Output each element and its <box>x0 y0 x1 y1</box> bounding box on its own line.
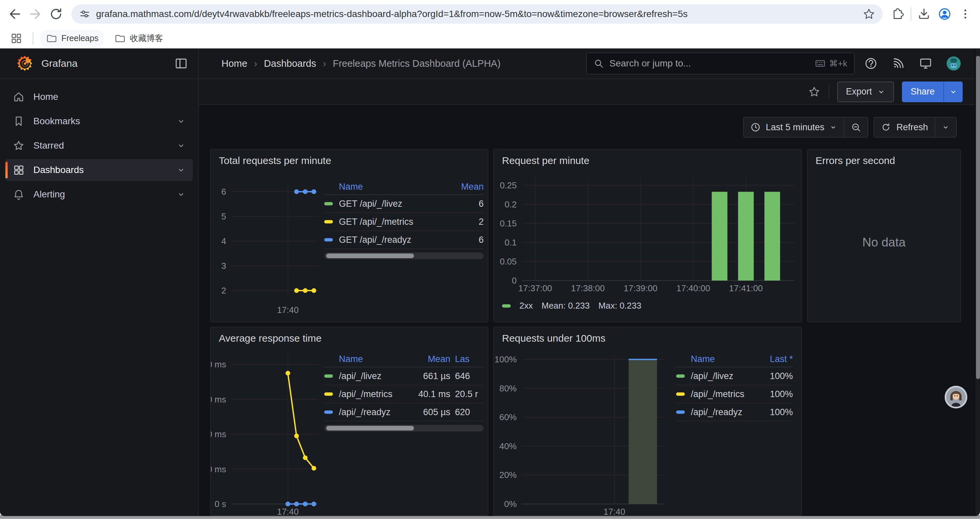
news-rss-icon[interactable] <box>891 56 905 70</box>
chevron-down-icon[interactable] <box>177 117 185 126</box>
series-swatch <box>324 202 333 205</box>
panel-average-response-time[interactable]: Average response time 0 s20 ms40 ms60 ms… <box>210 327 488 516</box>
home-icon <box>13 91 25 103</box>
chevron-down-icon[interactable] <box>177 190 185 199</box>
search-shortcut: ⌘+k <box>815 58 847 69</box>
series-value: 100% <box>753 371 793 382</box>
panel-requests-under-100ms[interactable]: Requests under 100ms 0%20%40%60%80%100%1… <box>493 327 802 516</box>
browser-menu-kebab-icon[interactable] <box>957 6 973 22</box>
panel-total-requests[interactable]: Total requests per minute 2345617:40 Nam… <box>210 149 488 322</box>
series-name: /api/_/readyz <box>339 407 400 417</box>
browser-toolbar: grafana.mathmast.com/d/deytv4rwavabkb/fr… <box>0 0 980 28</box>
sidebar-item-alerting[interactable]: Alerting <box>5 184 193 205</box>
sidebar-item-bookmarks[interactable]: Bookmarks <box>5 110 193 132</box>
legend-table[interactable]: NameMeanLas/api/_/livez661 µs646/api/_/m… <box>324 351 484 431</box>
search-placeholder: Search or jump to... <box>609 58 809 69</box>
download-icon[interactable] <box>916 6 932 22</box>
legend-row: /api/_/livez100% <box>676 367 793 385</box>
chevron-down-icon <box>949 88 957 96</box>
chevron-down-icon[interactable] <box>177 141 185 150</box>
url-bar[interactable]: grafana.mathmast.com/d/deytv4rwavabkb/fr… <box>72 4 883 24</box>
forward-button[interactable] <box>27 6 43 22</box>
screen: grafana.mathmast.com/d/deytv4rwavabkb/fr… <box>0 0 980 519</box>
series-value: 6 <box>447 199 484 209</box>
legend-swatch <box>502 304 511 308</box>
sidebar-item-home[interactable]: Home <box>5 86 193 108</box>
search-input[interactable]: Search or jump to... ⌘+k <box>586 53 854 75</box>
dashboard-actions-bar: Export Share <box>199 79 980 105</box>
table-scrollbar[interactable] <box>324 252 484 259</box>
svg-text:0 s: 0 s <box>215 499 226 509</box>
refresh-interval-dropdown[interactable] <box>935 118 956 137</box>
share-dropdown-button[interactable] <box>943 81 963 102</box>
col-header: Mean <box>400 354 450 364</box>
time-range-label: Last 5 minutes <box>766 122 824 133</box>
user-avatar[interactable] <box>946 56 961 71</box>
series-swatch <box>324 374 333 378</box>
series-name: /api/_/metrics <box>339 389 400 399</box>
legend-table[interactable]: NameLast */api/_/livez100%/api/_/metrics… <box>676 351 793 422</box>
sidebar-item-label: Dashboards <box>33 164 84 175</box>
bookmark-folder-freeleaps[interactable]: Freeleaps <box>41 30 104 47</box>
panel-title[interactable]: Errors per second <box>816 155 895 166</box>
export-button[interactable]: Export <box>837 81 894 102</box>
tune-icon[interactable] <box>79 8 91 20</box>
help-icon[interactable] <box>864 56 878 70</box>
sidebar-item-label: Starred <box>33 140 64 151</box>
legend-row: /api/_/readyz100% <box>676 404 793 422</box>
breadcrumb-current: Freeleaps Metrics Dashboard (ALPHA) <box>333 58 501 69</box>
monitor-icon[interactable] <box>919 56 932 70</box>
sidebar-item-label: Bookmarks <box>33 116 80 126</box>
dock-menu-icon[interactable] <box>174 56 188 70</box>
favorite-star-icon[interactable] <box>808 86 821 98</box>
bookmark-folder-blogs[interactable]: 收藏博客 <box>109 30 169 47</box>
series-value: 6 <box>447 235 484 245</box>
svg-text:0%: 0% <box>504 499 517 509</box>
legend-row: /api/_/metrics100% <box>676 385 793 404</box>
series-value: 100% <box>753 407 793 417</box>
search-icon <box>593 58 604 69</box>
panel-request-per-minute[interactable]: Request per minute 00.050.10.150.20.2517… <box>493 149 802 322</box>
panel-title[interactable]: Average response time <box>219 333 321 344</box>
bookmark-star-icon[interactable] <box>862 8 875 21</box>
panel-errors-per-second[interactable]: Errors per second No data <box>807 149 961 322</box>
reload-button[interactable] <box>48 6 64 22</box>
zoom-out-icon <box>851 122 861 132</box>
series-name: /api/_/metrics <box>691 389 753 399</box>
refresh-button[interactable]: Refresh <box>874 118 935 137</box>
panel-title[interactable]: Request per minute <box>502 155 589 166</box>
url-text[interactable]: grafana.mathmast.com/d/deytv4rwavabkb/fr… <box>96 9 857 19</box>
legend[interactable]: 2xx Mean: 0.233 Max: 0.233 <box>502 300 641 311</box>
table-scrollbar[interactable] <box>324 425 484 431</box>
breadcrumb-dashboards[interactable]: Dashboards <box>264 58 316 69</box>
sidebar-item-dashboards[interactable]: Dashboards <box>5 159 193 181</box>
refresh-group: Refresh <box>873 117 957 137</box>
series-value: 40.1 ms <box>400 389 450 399</box>
col-header: Las <box>450 354 484 364</box>
back-button[interactable] <box>7 6 23 22</box>
svg-text:40%: 40% <box>500 441 517 451</box>
chevron-down-icon <box>877 88 885 96</box>
scrollbar-thumb[interactable] <box>976 56 980 379</box>
sidebar-item-starred[interactable]: Starred <box>5 134 193 156</box>
legend-series-label[interactable]: 2xx <box>519 300 533 311</box>
page-scrollbar[interactable] <box>975 48 980 516</box>
apps-grid-icon[interactable] <box>7 32 25 45</box>
breadcrumb-home[interactable]: Home <box>221 58 247 69</box>
sidebar-item-label: Home <box>33 91 58 102</box>
col-name: Name <box>339 182 447 192</box>
share-button[interactable]: Share <box>902 81 943 102</box>
chevron-down-icon <box>942 124 949 131</box>
assistant-avatar[interactable] <box>945 386 967 409</box>
panel-title[interactable]: Requests under 100ms <box>502 333 605 344</box>
profile-avatar[interactable] <box>937 6 953 22</box>
time-range-picker[interactable]: Last 5 minutes <box>744 118 844 137</box>
share-button-group: Share <box>902 81 963 102</box>
legend-table[interactable]: NameMeanGET /api/_/livez6GET /api/_/metr… <box>324 179 484 259</box>
chevron-down-icon[interactable] <box>177 166 185 174</box>
panel-title[interactable]: Total requests per minute <box>219 155 331 166</box>
zoom-out-button[interactable] <box>843 118 868 137</box>
extensions-icon[interactable] <box>890 6 906 22</box>
svg-text:5: 5 <box>221 211 226 222</box>
actions-divider <box>829 85 829 99</box>
